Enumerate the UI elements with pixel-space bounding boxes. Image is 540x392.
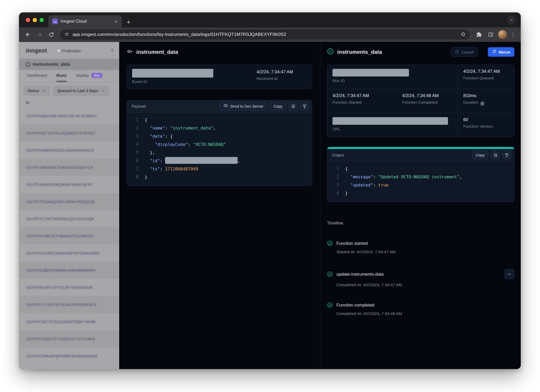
bookmark-star-icon[interactable] xyxy=(460,31,466,38)
timeline-expand-button[interactable] xyxy=(504,269,514,279)
minimize-window-button[interactable] xyxy=(33,18,37,22)
rerun-button[interactable]: Rerun xyxy=(488,47,514,57)
timeline-item-title: Function completed xyxy=(336,303,374,308)
run-id-row[interactable]: 01HTFCYYZGYGYGDKJVP82NKXCZ xyxy=(19,296,119,313)
started-value: 4/2/24, 7:34:47 AM xyxy=(332,93,397,98)
code-line: 7 "ts": 1712068487049 xyxy=(127,165,312,173)
run-id-row[interactable]: 01HTFJ3B5PBZ7EWGK5Z086JYC8 xyxy=(19,159,119,176)
line-number: 4 xyxy=(327,189,339,197)
run-id-row[interactable]: 01HTFKMBPMD0ZAJ4AG04K03A02 xyxy=(19,142,119,159)
run-title: instruments_data xyxy=(337,49,382,55)
timeline-title: Timeline xyxy=(327,221,514,226)
sidebar-tab-replay[interactable]: ReplayNew xyxy=(76,70,103,82)
timeline-item: update-instruments-dataCompleted At: 4/2… xyxy=(327,269,514,287)
cancel-button[interactable]: Cancel xyxy=(451,47,478,57)
reload-icon[interactable] xyxy=(46,29,56,40)
run-id-text: 01HTF7EDA6Q238SJWNH7E9Q2Q0 xyxy=(26,199,95,204)
output-scroll-bottom-button[interactable] xyxy=(502,151,511,159)
status-filter[interactable]: Status xyxy=(24,86,50,95)
run-id-row[interactable]: 01HTFEG3FVJP7FZJP7EA5KN3JR xyxy=(19,279,119,296)
function-started-cell: 4/2/24, 7:34:47 AM Function Started xyxy=(327,89,397,113)
run-panel-header: instruments_data Cancel Rerun xyxy=(327,46,514,58)
line-number: 5 xyxy=(127,149,138,157)
event-meta-card: Event ID 4/2/24, 7:34:47 AM Received At xyxy=(127,65,312,89)
timeline-item-subtitle: Completed At: 4/2/2024, 7:34:47 AM xyxy=(336,283,514,287)
function-icon xyxy=(26,63,30,66)
completed-label: Function Completed xyxy=(402,100,458,104)
extensions-icon[interactable] xyxy=(474,29,484,40)
duration-value: 810ms xyxy=(463,93,514,98)
run-id-text: 01HTFKMBPMD0ZAJ4AG04K03A02 xyxy=(26,148,94,152)
event-id-cell: Event ID xyxy=(127,65,257,89)
output-copy-button[interactable]: Copy xyxy=(472,151,488,159)
payload-scroll-bottom-button[interactable] xyxy=(300,102,309,111)
status-filter-label: Status xyxy=(27,89,39,93)
line-number: 2 xyxy=(327,173,339,181)
new-tab-button[interactable]: + xyxy=(127,18,131,25)
timeline-item: Function startedStarted At: 4/2/2024, 7:… xyxy=(327,240,514,254)
browser-tab[interactable]: Inngest Cloud × xyxy=(49,15,122,27)
time-range-filter[interactable]: Queued in Last 3 Days xyxy=(54,86,109,95)
run-id-row[interactable]: 01HTF7EDA6Q238SJWNH7E9Q2Q0 xyxy=(19,193,119,210)
back-icon[interactable] xyxy=(23,29,33,40)
forward-icon[interactable] xyxy=(34,29,45,40)
payload-wrap-lines-button[interactable] xyxy=(289,102,297,111)
run-id-row[interactable]: 01HTFG3BKPQSR9E4A8508RARRN xyxy=(19,262,119,279)
site-settings-icon[interactable] xyxy=(64,32,69,38)
duration-info-icon[interactable]: i xyxy=(480,101,485,106)
close-window-button[interactable] xyxy=(26,18,30,22)
timeline-item-title: Function started xyxy=(336,241,368,246)
payload-title: Payload xyxy=(132,104,217,108)
run-id-text: 01HTFHXGR0CWNHSWY8TSNAVGRC xyxy=(26,251,100,255)
run-id-row[interactable]: 01HTFHYWF32TSB9HGT01F5BTBJ xyxy=(19,227,119,245)
run-id-row[interactable]: 01HTF7C7HF7RVN051Q3YD2S3QP xyxy=(19,210,119,227)
run-id-text: 01HTFG3BKPQSR9E4A8508RARRN xyxy=(26,268,95,273)
run-id-text: 01HTFCYYZGYGYGDKJVP82NKXCZ xyxy=(26,302,97,307)
env-updown-icon[interactable] xyxy=(110,48,114,54)
timeline-item: Function completedCompleted At: 4/2/2024… xyxy=(327,302,514,316)
payload-copy-button[interactable]: Copy xyxy=(270,102,286,111)
browser-menu-icon[interactable]: ⋮ xyxy=(509,31,517,38)
send-to-dev-server-button[interactable]: Send to Dev Server xyxy=(220,102,267,111)
run-id-row[interactable]: 01HTFHXGR0CWNHSWY8TSNAVGRC xyxy=(19,245,119,262)
function-name: instruments_data xyxy=(33,62,70,67)
event-title: instrument_data xyxy=(136,49,178,55)
tab-search-chevron-icon[interactable] xyxy=(507,16,516,25)
sidebar-header: inngest Production xyxy=(19,42,119,54)
run-id-row[interactable]: 01HTFJ94AVE0BQ48AF4DM13E9T xyxy=(19,176,119,193)
tab-close-icon[interactable]: × xyxy=(114,19,118,24)
run-id-cell: Run ID xyxy=(327,65,458,89)
url-cell: URL xyxy=(327,113,458,137)
event-icon xyxy=(127,48,133,56)
line-number: 8 xyxy=(127,173,138,181)
line-number: 7 xyxy=(127,165,138,173)
duration-label-row: Durationi xyxy=(463,100,514,106)
event-panel-header: instrument_data xyxy=(127,46,312,58)
run-id-row[interactable]: 01HTFN86XV8CXWS7S57W7E3WDY xyxy=(19,107,119,125)
run-id-text: 01HTFCR9KAPQP0R8PZK3MQNMX8 xyxy=(26,354,97,358)
sidebar-tab-runs[interactable]: Runs xyxy=(56,70,67,82)
run-id-row[interactable]: 01HTFCR9KAPQP0R8PZK3MQNMX8 xyxy=(19,347,119,365)
payload-code: 1{2 "name": "instrument_data",3 "data": … xyxy=(127,112,312,186)
tab-strip: Inngest Cloud × + xyxy=(19,12,521,27)
run-id-row[interactable]: 01HTFKQT1M7RSJQABEXYF0K0S2 xyxy=(19,125,119,142)
sidebar-tab-dashboard[interactable]: Dashboard xyxy=(27,70,47,82)
run-info-card: Run ID 4/2/24, 7:34:47 AM Function Queue… xyxy=(327,65,514,137)
code-line: 3 "updated": true xyxy=(327,181,514,189)
address-bar[interactable]: app.inngest.com/env/production/functions… xyxy=(60,30,470,40)
output-wrap-lines-button[interactable] xyxy=(491,151,500,159)
url-label: URL xyxy=(332,127,458,131)
profile-avatar[interactable] xyxy=(498,30,507,39)
side-panel-icon[interactable] xyxy=(485,29,496,40)
zoom-window-button[interactable] xyxy=(40,18,44,22)
code-line: 5 }, xyxy=(127,149,312,157)
run-id-row[interactable]: 01HTFCSQG7ZYVXNZVC7VT1Z4K6 xyxy=(19,330,119,347)
filters-row: Status Queued in Last 3 Days xyxy=(19,82,119,95)
new-badge: New xyxy=(91,73,103,78)
code-line: 6 "id": , xyxy=(127,157,312,165)
environment-selector[interactable]: Production xyxy=(57,49,110,53)
sidebar-tabs: DashboardRunsReplayNew xyxy=(19,70,119,82)
run-id-text: 01HTFCSQG7ZYVXNZVC7VT1Z4K6 xyxy=(26,337,95,341)
run-id-row[interactable]: 01HTFCWZ7CZ2X3AZM75QEYNH8F xyxy=(19,313,119,330)
tab-title: Inngest Cloud xyxy=(61,19,111,24)
